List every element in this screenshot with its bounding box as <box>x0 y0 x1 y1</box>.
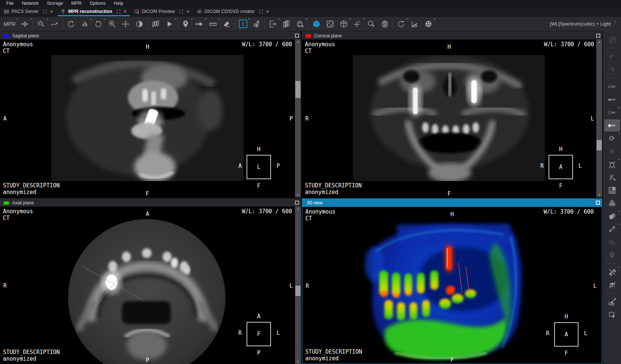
pan-tool-button[interactable] <box>119 18 133 30</box>
vr-rotate-button[interactable]: ▾ <box>394 18 408 30</box>
brain-preset-button[interactable] <box>378 18 392 30</box>
bone-segmentation-button[interactable] <box>604 296 620 308</box>
pane-maximize-button[interactable] <box>596 201 600 205</box>
volume-rendering-button[interactable] <box>310 18 323 30</box>
tab-close-icon[interactable]: × <box>123 10 126 13</box>
pane-maximize-button[interactable] <box>295 201 299 205</box>
cut-polygon-button[interactable]: ▱✂ <box>604 81 620 93</box>
spheres-button[interactable] <box>604 197 620 209</box>
tab-pacs-server[interactable]: PACS Server × <box>0 7 57 16</box>
coronal-pane-header[interactable]: Coronal plane <box>302 31 602 40</box>
dice-cubes-button[interactable] <box>604 236 620 248</box>
tab-close-icon[interactable]: × <box>50 10 53 13</box>
pane-maximize-button[interactable] <box>596 34 600 38</box>
color-palette-button[interactable]: ▾ <box>422 18 435 30</box>
scroll-down-arrow[interactable]: ▼ <box>295 359 301 364</box>
tab-dicom-preview[interactable]: DICOM Preview × <box>130 7 193 16</box>
probe-zoom-button[interactable] <box>364 18 378 30</box>
collapse-panels-button[interactable]: ▾ <box>18 18 32 30</box>
sagittal-viewport[interactable]: AnonymousCT W/L: 3700 / 600 STUDY_DESCRI… <box>0 40 301 197</box>
scroll-thumb[interactable] <box>295 81 301 98</box>
slice-scrollbar[interactable]: ▲ ▼ <box>295 207 301 364</box>
coronal-viewport[interactable]: AnonymousCT W/L: 3700 / 600 STUDY_DESCRI… <box>302 40 602 197</box>
cut-cube-inside-button[interactable]: ◆✂ ▾ <box>604 119 620 132</box>
slice-scrollbar[interactable]: ▲ ▼ <box>295 40 301 197</box>
menu-help[interactable]: Help <box>110 0 128 7</box>
tab-maximize-icon[interactable] <box>179 10 183 14</box>
pin-marker-button[interactable]: ▾ <box>179 18 193 30</box>
annotations-info-toggle[interactable]: i ▾ <box>236 18 250 30</box>
curved-mpr-button[interactable] <box>48 18 62 30</box>
scroll-up-arrow[interactable]: ▲ <box>596 40 602 44</box>
flip-horizontal-button[interactable]: ▾ <box>78 18 92 30</box>
molecules-button[interactable] <box>250 18 264 30</box>
tab-maximize-icon[interactable] <box>259 10 263 14</box>
tab-close-icon[interactable]: × <box>186 10 189 13</box>
scroll-thumb[interactable] <box>295 286 301 296</box>
axial-pane-header[interactable]: Axial plane <box>0 198 301 207</box>
volume-3d-viewport[interactable]: AnonymousCT W/L: 3700 / 600 STUDY_DESCRI… <box>302 207 602 364</box>
sagittal-pane-header[interactable]: Sagittal plane <box>0 31 301 40</box>
mpr-layout-button[interactable]: MPR ▾ <box>1 18 18 30</box>
menu-network[interactable]: Network <box>18 0 43 7</box>
print-button[interactable]: ▾ <box>293 18 307 30</box>
scroll-up-arrow[interactable]: ▲ <box>295 40 301 44</box>
scroll-thumb[interactable] <box>597 140 602 150</box>
server-icon <box>4 9 9 14</box>
tab-maximize-icon[interactable] <box>116 10 121 14</box>
rotate-ccw-button[interactable]: ▾ <box>92 18 105 30</box>
slice-scrollbar[interactable]: ▲ ▼ <box>596 40 602 197</box>
texture-pattern-button[interactable] <box>604 184 620 196</box>
scroll-down-arrow[interactable]: ▼ <box>295 193 301 197</box>
wl-preset-selector[interactable]: [WL]Spectrum(cubic) + Light ▾ <box>548 21 616 27</box>
vessel-tracking-button[interactable] <box>604 171 620 183</box>
draw-region-button[interactable] <box>604 34 620 46</box>
cut-polygon-inside-button[interactable]: ▰✂ <box>604 93 620 106</box>
undo-button[interactable]: ↶ <box>604 51 620 63</box>
axial-viewport[interactable]: AnonymousCT W/L: 3700 / 600 STUDY_DESCRI… <box>0 207 301 364</box>
tab-mpr-reconstruction[interactable]: MPR reconstruction × <box>57 7 130 16</box>
cine-play-button[interactable]: ▾ <box>163 18 176 30</box>
flip-horizontal-icon <box>81 20 89 28</box>
film-series-button[interactable] <box>280 18 293 30</box>
volume-pane-header[interactable]: 3D view <box>302 199 602 207</box>
fit-diagonal-button[interactable]: ▾ <box>604 223 620 235</box>
scroll-up-arrow[interactable]: ▲ <box>295 207 301 211</box>
measure-ruler-button[interactable]: ▾ <box>206 18 220 30</box>
zoom-tool-button[interactable] <box>105 18 119 30</box>
menu-mpr[interactable]: MPR <box>67 0 86 7</box>
layout-panes-button[interactable] <box>323 18 337 30</box>
pin-location-button[interactable] <box>604 249 620 261</box>
annotation-arrow-button[interactable]: ▾ <box>193 18 206 30</box>
tab-close-icon[interactable]: × <box>266 10 269 13</box>
export-button[interactable]: ▾ <box>266 18 280 30</box>
mouse-functions-button[interactable]: ▾ <box>604 158 620 170</box>
eraser-button[interactable] <box>220 18 234 30</box>
scroll-down-arrow[interactable]: ▼ <box>596 193 602 197</box>
tab-dicom-cd-dvd-creator[interactable]: DICOM CD/DVD creator × <box>193 7 273 16</box>
opacity-curve-button[interactable] <box>408 18 422 30</box>
cut-cube-button[interactable]: ◇✂ ▾ <box>604 106 620 119</box>
table-removal-button[interactable] <box>604 279 620 291</box>
dropdown-caret: ▾ <box>306 18 307 21</box>
cube-clip-button[interactable]: ▾ <box>337 18 351 30</box>
export-3d-view-button[interactable] <box>604 309 620 321</box>
crosshair-localizer-button[interactable]: ▾ <box>34 18 48 30</box>
pencil-icon <box>608 36 616 44</box>
mpr-stack-button[interactable] <box>149 18 163 30</box>
orientation-reset-button[interactable]: A ▾ <box>351 18 364 30</box>
toolbar-separator <box>235 19 235 29</box>
tab-maximize-icon[interactable] <box>43 10 47 14</box>
layers-button[interactable]: ▾ <box>604 210 620 222</box>
menu-storage[interactable]: Storage <box>43 0 67 7</box>
rotate-3d-button[interactable] <box>64 18 78 30</box>
pin-icon <box>181 20 190 28</box>
window-level-button[interactable] <box>133 18 146 30</box>
menu-file[interactable]: File <box>2 0 18 7</box>
bone-removal-button[interactable]: ▾ <box>604 266 620 278</box>
rotate-view-button[interactable]: ⟳ ▾ <box>604 132 620 144</box>
menu-options[interactable]: Options <box>86 0 110 7</box>
redo-button[interactable]: ↷ <box>604 64 620 76</box>
center-target-button[interactable]: ⊕ <box>604 145 620 157</box>
pane-maximize-button[interactable] <box>295 34 299 38</box>
